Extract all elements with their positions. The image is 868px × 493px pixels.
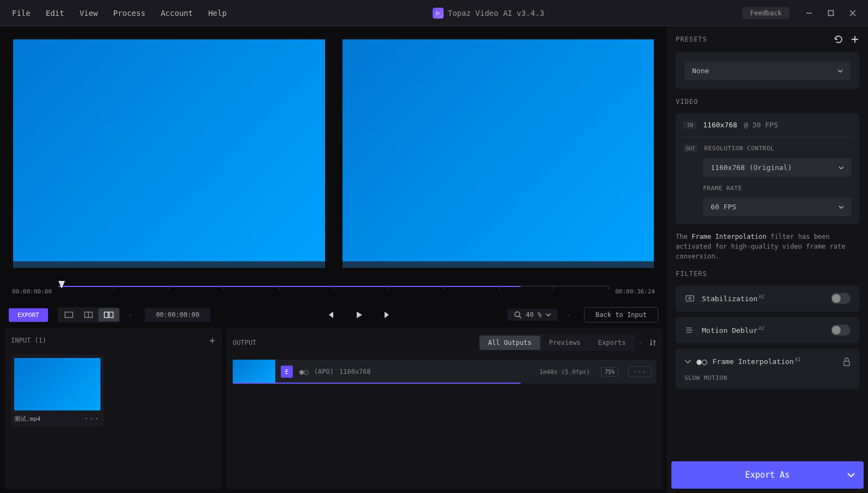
output-item[interactable]: E ●○ (APO) 1160x768 1m48s (5.0fps) 75% ·… bbox=[233, 360, 656, 384]
collapse-button[interactable] bbox=[684, 360, 691, 364]
controls-bar: EXPORT · 00:00:00:00 40 % · Back to Inpu… bbox=[0, 302, 667, 328]
motion-deblur-icon bbox=[684, 325, 695, 336]
output-tabs: All Outputs Previews Exports bbox=[479, 334, 636, 351]
step-forward-button[interactable] bbox=[380, 307, 395, 322]
output-panel: OUTPUT All Outputs Previews Exports · bbox=[226, 328, 663, 489]
preview-original[interactable] bbox=[13, 39, 325, 268]
menu-help[interactable]: Help bbox=[200, 5, 234, 21]
filter-stabilization: StabilizationAI bbox=[676, 285, 859, 312]
output-header: OUTPUT bbox=[233, 339, 256, 347]
menu-file[interactable]: File bbox=[4, 5, 38, 21]
play-button[interactable] bbox=[351, 307, 367, 322]
output-menu-button[interactable]: ··· bbox=[628, 366, 652, 377]
framerate-label: FRAME RATE bbox=[703, 185, 852, 192]
refresh-presets-button[interactable] bbox=[834, 35, 843, 44]
preview-processed[interactable] bbox=[343, 39, 654, 268]
maximize-button[interactable] bbox=[820, 4, 842, 22]
sort-button[interactable] bbox=[649, 339, 656, 347]
out-badge: OUT bbox=[683, 145, 698, 152]
export-as-button[interactable]: Export As bbox=[671, 461, 864, 489]
main-workspace: 00:00:00:00 00:00:36:24 EXPORT · 00:00:0… bbox=[0, 26, 667, 493]
in-resolution: 1160x768 bbox=[703, 121, 737, 129]
step-back-button[interactable] bbox=[323, 307, 338, 322]
svg-rect-18 bbox=[844, 361, 849, 366]
filter-motion-deblur: Motion DeblurAI bbox=[676, 317, 859, 343]
frame-interp-info: The Frame Interpolation filter has been … bbox=[676, 232, 859, 261]
video-header: VIDEO bbox=[676, 98, 698, 105]
output-status-icon: ●○ bbox=[299, 367, 309, 376]
chevron-down-icon bbox=[847, 473, 855, 477]
svg-rect-8 bbox=[109, 312, 113, 318]
preset-value: None bbox=[692, 67, 709, 75]
timeline-playhead[interactable] bbox=[58, 281, 65, 289]
zoom-control[interactable]: 40 % bbox=[507, 309, 558, 321]
view-split[interactable] bbox=[79, 308, 98, 321]
view-single[interactable] bbox=[59, 308, 79, 321]
settings-panel: PRESETS None VIDEO IN 1160x768 bbox=[667, 26, 868, 493]
filter-frame-interpolation: ●○ Frame InterpolationAI SLOW MOTION bbox=[676, 349, 859, 389]
app-title: ▷ Topaz Video AI v3.4.3 bbox=[234, 8, 742, 19]
output-stats: 1m48s (5.0fps) bbox=[540, 368, 591, 375]
tab-all-outputs[interactable]: All Outputs bbox=[480, 336, 540, 350]
output-codec: (APO) bbox=[314, 368, 334, 375]
zoom-value: 40 % bbox=[526, 311, 542, 319]
filters-header: FILTERS bbox=[676, 270, 707, 278]
frame-interp-label: Frame Interpolation bbox=[712, 358, 794, 366]
input-panel: INPUT (1) + 测试.mp4 ··· bbox=[4, 328, 222, 489]
add-input-button[interactable]: + bbox=[209, 334, 215, 346]
motion-deblur-label: Motion Deblur bbox=[702, 326, 758, 334]
menu-account[interactable]: Account bbox=[153, 5, 200, 21]
menu-process[interactable]: Process bbox=[105, 5, 153, 21]
svg-line-10 bbox=[519, 316, 521, 319]
app-logo-icon: ▷ bbox=[433, 8, 444, 19]
output-resolution: 1160x768 bbox=[339, 368, 371, 375]
svg-rect-4 bbox=[65, 312, 73, 318]
menu-bar: File Edit View Process Account Help bbox=[4, 5, 234, 21]
svg-rect-1 bbox=[829, 10, 834, 15]
input-item[interactable]: 测试.mp4 ··· bbox=[11, 355, 104, 426]
menu-edit[interactable]: Edit bbox=[38, 5, 72, 21]
tab-previews[interactable]: Previews bbox=[540, 336, 589, 350]
minimize-button[interactable] bbox=[798, 4, 820, 22]
svg-rect-13 bbox=[686, 296, 694, 301]
back-to-input-button[interactable]: Back to Input bbox=[584, 307, 658, 322]
chevron-down-icon bbox=[839, 206, 844, 209]
stabilization-toggle[interactable] bbox=[831, 293, 851, 304]
framerate-dropdown[interactable]: 60 FPS bbox=[703, 197, 852, 216]
timeline-track[interactable] bbox=[58, 286, 609, 297]
timecode-display[interactable]: 00:00:00:00 bbox=[145, 308, 210, 322]
input-header: INPUT (1) bbox=[11, 337, 46, 344]
chevron-down-icon bbox=[837, 69, 843, 73]
window-controls: Feedback bbox=[742, 4, 864, 22]
export-button[interactable]: EXPORT bbox=[9, 308, 48, 322]
in-fps: @ 30 FPS bbox=[744, 121, 778, 129]
chevron-down-icon bbox=[546, 313, 551, 316]
timeline-end: 00:00:36:24 bbox=[615, 288, 655, 295]
stabilization-label: Stabilization bbox=[702, 295, 758, 303]
timeline-start: 00:00:00:00 bbox=[12, 288, 52, 295]
resolution-control-label: RESOLUTION CONTROL bbox=[704, 145, 852, 152]
in-badge: IN bbox=[683, 121, 696, 129]
export-as-label: Export As bbox=[745, 470, 789, 480]
feedback-button[interactable]: Feedback bbox=[742, 7, 789, 19]
input-menu-button[interactable]: ··· bbox=[84, 414, 99, 423]
svg-point-9 bbox=[515, 312, 519, 317]
menu-view[interactable]: View bbox=[72, 5, 105, 21]
tab-exports[interactable]: Exports bbox=[589, 336, 635, 350]
svg-point-14 bbox=[689, 297, 691, 300]
chevron-down-icon bbox=[839, 166, 844, 169]
view-mode-toggle bbox=[58, 307, 120, 322]
add-preset-button[interactable] bbox=[851, 35, 859, 44]
resolution-dropdown[interactable]: 1160x768 (Original) bbox=[703, 158, 852, 177]
stabilization-icon bbox=[684, 293, 695, 304]
view-side-by-side[interactable] bbox=[98, 308, 119, 321]
zoom-icon bbox=[514, 311, 522, 319]
input-thumbnail bbox=[14, 358, 101, 410]
playback-controls bbox=[216, 307, 502, 322]
slow-motion-label: SLOW MOTION bbox=[684, 374, 851, 382]
preset-dropdown[interactable]: None bbox=[684, 61, 851, 80]
close-button[interactable] bbox=[842, 4, 864, 22]
motion-deblur-toggle[interactable] bbox=[831, 325, 851, 336]
output-type-badge: E bbox=[281, 366, 293, 378]
resolution-value: 1160x768 (Original) bbox=[711, 163, 792, 172]
